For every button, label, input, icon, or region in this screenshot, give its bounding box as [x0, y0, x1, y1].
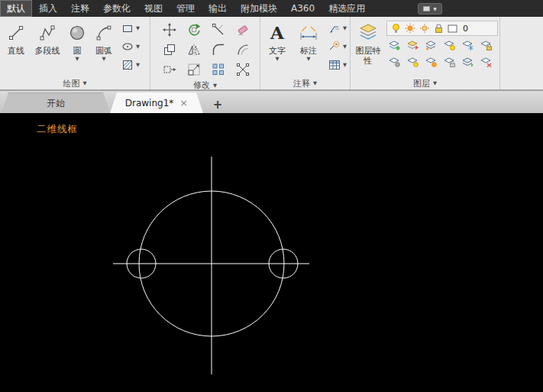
tool-circle[interactable]: 圆 ▼ [65, 19, 89, 63]
tool-rectangle[interactable]: ▼ [121, 21, 140, 35]
tool-layer-properties[interactable]: 图层特性 [353, 19, 383, 66]
close-icon[interactable]: × [179, 98, 188, 108]
dropdown-arrow-icon[interactable]: ▼ [136, 25, 140, 31]
plus-icon: + [213, 98, 223, 112]
file-tab-start-label: 开始 [47, 97, 65, 110]
layer-prev-icon[interactable] [425, 40, 437, 50]
layer-on-icon[interactable] [406, 57, 419, 67]
tool-scale[interactable] [184, 61, 204, 78]
tool-copy[interactable] [160, 41, 179, 58]
dropdown-arrow-icon[interactable]: ▼ [102, 56, 106, 62]
layer-properties-icon [358, 20, 378, 46]
tool-layer-properties-label: 图层特性 [355, 46, 381, 66]
viewport-style-label[interactable]: 二维线框 [37, 123, 78, 136]
freeze-sun-icon[interactable] [419, 23, 430, 34]
tool-erase[interactable] [233, 21, 253, 38]
tool-offset[interactable] [233, 41, 253, 58]
tool-explode[interactable] [233, 61, 253, 78]
layer-current-icon[interactable] [406, 40, 419, 50]
bulb-icon[interactable] [391, 23, 401, 34]
panel-draw-body: 直线 多段线 圆 ▼ [0, 17, 150, 77]
layer-match-icon[interactable] [388, 40, 400, 50]
panel-title-annotate-label: 注释 [293, 78, 310, 89]
tool-array[interactable] [208, 61, 228, 78]
tool-arc[interactable]: 圆弧 ▼ [89, 19, 118, 63]
tool-move[interactable] [160, 21, 179, 38]
tool-hatch[interactable]: ▼ [121, 58, 140, 72]
tool-stretch[interactable] [160, 61, 179, 78]
lock-icon[interactable] [434, 23, 444, 34]
panel-title-draw[interactable]: 绘图 ▼ [0, 77, 150, 89]
modify-tool-grid [153, 19, 255, 79]
chevron-down-icon: ▼ [83, 80, 87, 86]
new-drawing-button[interactable]: + [208, 96, 228, 113]
tool-ellipse[interactable]: ▼ [121, 40, 140, 53]
tool-polyline-label: 多段线 [35, 46, 60, 56]
drawing-canvas[interactable]: 二维线框 [0, 113, 543, 392]
layer-delete-icon[interactable] [480, 57, 492, 67]
layer-thaw-icon[interactable] [425, 57, 437, 67]
layer-color-swatch[interactable] [448, 24, 457, 33]
tool-line[interactable]: 直线 [2, 19, 30, 57]
dropdown-arrow-icon[interactable]: ▼ [343, 25, 347, 31]
dropdown-arrow-icon[interactable]: ▼ [136, 62, 140, 68]
tool-polyline[interactable]: 多段线 [30, 19, 65, 57]
tool-fillet[interactable] [208, 41, 228, 58]
panel-title-draw-label: 绘图 [63, 78, 80, 89]
ribbon-tab-featured-apps[interactable]: 精选应用 [322, 0, 372, 17]
ribbon-tab-output[interactable]: 输出 [202, 0, 234, 17]
dropdown-arrow-icon[interactable]: ▼ [76, 56, 79, 62]
layer-off-icon[interactable] [388, 57, 400, 67]
ribbon-display-toggle-button[interactable]: ▼ [418, 3, 442, 15]
layer-isolate-icon[interactable] [443, 40, 455, 50]
dropdown-arrow-icon[interactable]: ▼ [276, 56, 280, 62]
tool-multileader-style[interactable]: ▼ [328, 40, 347, 53]
layer-freeze-icon[interactable] [461, 40, 474, 50]
panel-annotate: A 文字 ▼ 标注 ▼ ▼ [260, 17, 351, 89]
layer-tools-row-1 [386, 38, 498, 53]
tool-arc-label: 圆弧 [95, 46, 112, 56]
file-tab-start[interactable]: 开始 [2, 92, 110, 113]
ellipse-icon [121, 40, 134, 53]
ribbon-tab-manage[interactable]: 管理 [170, 0, 202, 17]
layer-unlock-icon[interactable] [443, 57, 455, 67]
dimension-icon [299, 20, 318, 46]
ribbon-tab-addins[interactable]: 附加模块 [234, 0, 284, 17]
leader-icon [328, 22, 341, 34]
dropdown-arrow-icon[interactable]: ▼ [343, 62, 347, 68]
panel-title-layers[interactable]: 图层 ▼ [351, 77, 499, 89]
layer-lock-icon[interactable] [480, 40, 492, 50]
ribbon-tab-a360[interactable]: A360 [284, 0, 322, 17]
tool-text[interactable]: A 文字 ▼ [263, 19, 292, 63]
sun-icon[interactable] [405, 23, 415, 34]
tool-mirror[interactable] [184, 41, 204, 58]
panel-modify: 修改 ▼ [150, 17, 260, 89]
chevron-down-icon: ▼ [313, 80, 317, 86]
tool-dimension[interactable]: 标注 ▼ [292, 19, 325, 63]
layer-controls: 0 [383, 19, 498, 70]
tool-leader[interactable]: ▼ [328, 21, 347, 35]
multileader-icon [328, 40, 341, 53]
ribbon-tab-annotate[interactable]: 注释 [64, 0, 96, 17]
ribbon-empty-area [500, 17, 543, 89]
tool-rotate[interactable] [184, 21, 204, 38]
file-tab-drawing1[interactable]: Drawing1* × [110, 92, 203, 113]
ribbon-tab-view[interactable]: 视图 [137, 0, 170, 17]
ribbon-state-icon [423, 6, 430, 11]
ribbon-tab-parametric[interactable]: 参数化 [96, 0, 137, 17]
ribbon-tab-insert[interactable]: 插入 [32, 0, 64, 17]
layer-merge-icon[interactable] [461, 57, 474, 67]
file-tab-drawing1-label: Drawing1* [125, 98, 174, 109]
tool-table[interactable]: ▼ [328, 58, 347, 72]
rectangle-icon [121, 22, 134, 34]
dropdown-arrow-icon[interactable]: ▼ [343, 44, 347, 50]
panel-title-modify[interactable]: 修改 ▼ [150, 79, 260, 91]
dropdown-arrow-icon[interactable]: ▼ [307, 56, 311, 62]
panel-annotate-body: A 文字 ▼ 标注 ▼ ▼ [260, 17, 350, 77]
dropdown-arrow-icon[interactable]: ▼ [136, 44, 140, 50]
panel-title-annotate[interactable]: 注释 ▼ [260, 77, 350, 89]
tool-trim[interactable] [208, 21, 228, 38]
ribbon-tab-home[interactable]: 默认 [0, 0, 32, 17]
circle-icon [69, 20, 86, 46]
layer-combo[interactable]: 0 [386, 21, 498, 36]
